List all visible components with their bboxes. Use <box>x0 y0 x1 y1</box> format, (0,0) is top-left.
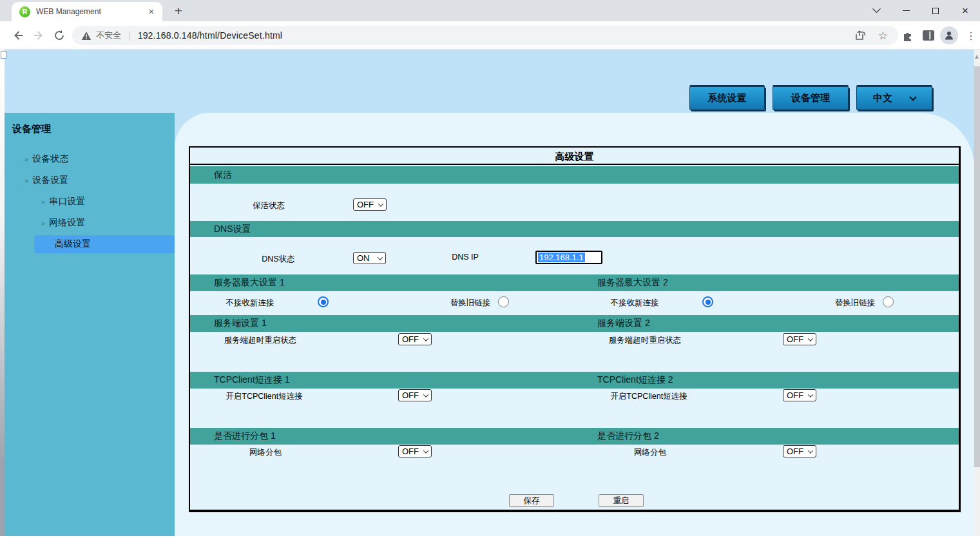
arrow-bullet-icon: » <box>24 155 27 163</box>
arrow-bullet-icon: » <box>41 198 44 206</box>
network-packet-label: 网络分包 <box>595 447 705 458</box>
server-timeout-restart-label: 服务端超时重启状态 <box>590 335 700 346</box>
tab-search-icon[interactable] <box>861 0 891 21</box>
broken-image-artifact <box>1 51 6 59</box>
tab-title: WEB Management <box>36 7 146 16</box>
advanced-settings-table: 高级设置 保活 保活状态 OFF DNS设置 DNS状态 ON DNS IP 1… <box>189 146 961 512</box>
side-panel-icon[interactable] <box>921 28 936 43</box>
no-new-connection-radio-2[interactable] <box>702 296 713 307</box>
tcp-short-connection-select-2[interactable]: OFF <box>783 389 816 401</box>
select-arrow-icon <box>808 448 813 453</box>
no-new-connection-label: 不接收新连接 <box>203 298 297 309</box>
url-text[interactable]: 192.168.0.148/html/DeviceSet.html <box>138 30 854 41</box>
new-tab-button[interactable]: + <box>170 3 187 19</box>
section-header-server: 服务端设置 1 服务端设置 2 <box>190 315 959 332</box>
restart-button[interactable]: 重启 <box>599 494 644 507</box>
extensions-puzzle-icon[interactable] <box>900 28 916 43</box>
language-select-value: 中文 <box>873 92 892 104</box>
server-timeout-select-2[interactable]: OFF <box>783 333 816 345</box>
window-left-edge <box>0 50 5 538</box>
sidebar-item-serial-settings[interactable]: » 串口设置 <box>41 196 85 207</box>
sidebar-item-device-status[interactable]: » 设备状态 <box>24 153 68 165</box>
scrollbar-up-arrow-icon[interactable] <box>975 55 979 59</box>
select-arrow-icon <box>808 336 813 341</box>
window-maximize-button[interactable] <box>921 0 950 21</box>
select-arrow-icon <box>378 255 383 260</box>
section-header-keepalive: 保活 <box>190 166 959 184</box>
arrow-bullet-icon: » <box>24 177 27 184</box>
sidebar-item-advanced-settings-active[interactable]: 高级设置 <box>34 235 175 253</box>
select-arrow-icon <box>423 448 428 453</box>
keepalive-status-select[interactable]: OFF <box>353 198 387 211</box>
network-packet-label: 网络分包 <box>211 447 320 458</box>
dns-ip-label: DNS IP <box>446 253 485 262</box>
sidebar-title: 设备管理 <box>12 123 51 135</box>
network-packet-select-1[interactable]: OFF <box>398 445 432 457</box>
select-arrow-icon <box>423 392 428 397</box>
page-scrollbar[interactable] <box>974 50 980 538</box>
section-header-dns: DNS设置 <box>190 221 959 237</box>
tab-close-icon[interactable]: × <box>146 6 157 17</box>
select-arrow-icon <box>808 392 813 397</box>
back-icon[interactable] <box>10 28 26 43</box>
browser-toolbar: 不安全 | 192.168.0.148/html/DeviceSet.html … <box>0 21 980 50</box>
browser-tab-bar: R WEB Management × + × <box>0 0 980 21</box>
address-bar[interactable]: 不安全 | 192.168.0.148/html/DeviceSet.html … <box>72 26 898 45</box>
sidebar-item-network-settings[interactable]: » 网络设置 <box>41 217 85 229</box>
page-content: 系统设置 设备管理 中文 设备管理 » 设备状态 » 设备设置 » 串口设置 »… <box>0 50 980 538</box>
sidebar-item-label: 网络设置 <box>49 217 85 229</box>
arrow-bullet-icon: » <box>41 219 44 227</box>
forward-icon[interactable] <box>31 28 46 43</box>
browser-tab[interactable]: R WEB Management × <box>12 2 162 21</box>
profile-avatar[interactable] <box>940 26 958 44</box>
chevron-down-icon <box>909 93 916 101</box>
tcp-short-connection-select-1[interactable]: OFF <box>398 389 432 401</box>
section-header-server-max: 服务器最大设置 1 服务器最大设置 2 <box>190 274 959 291</box>
select-arrow-icon <box>423 336 428 341</box>
table-title: 高级设置 <box>190 148 959 165</box>
dns-status-label: DNS状态 <box>214 254 343 265</box>
select-arrow-icon <box>378 201 383 206</box>
not-secure-warning-icon <box>81 31 91 41</box>
server-timeout-select-1[interactable]: OFF <box>398 333 432 345</box>
no-new-connection-radio-1[interactable] <box>318 296 329 307</box>
sidebar-item-label: 串口设置 <box>49 196 85 207</box>
sidebar-item-label: 设备设置 <box>32 175 68 186</box>
section-header-packet-split: 是否进行分包 1 是否进行分包 2 <box>190 428 959 445</box>
scrollbar-thumb[interactable] <box>974 66 980 467</box>
tcp-short-connection-label: 开启TCPClient短连接 <box>209 391 319 402</box>
save-button[interactable]: 保存 <box>509 494 554 507</box>
no-new-connection-label: 不接收新连接 <box>588 298 682 309</box>
sidebar-item-label: 设备状态 <box>32 153 68 165</box>
sidebar: 设备管理 » 设备状态 » 设备设置 » 串口设置 » 网络设置 高级设置 <box>5 113 175 536</box>
replace-old-link-radio-2[interactable] <box>883 296 894 307</box>
device-management-button[interactable]: 设备管理 <box>773 86 849 110</box>
site-favicon: R <box>19 6 30 17</box>
replace-old-link-radio-1[interactable] <box>498 296 509 307</box>
network-packet-select-2[interactable]: OFF <box>783 445 816 457</box>
keepalive-status-label: 保活状态 <box>214 200 323 211</box>
section-header-tcp-client: TCPClient短连接 1 TCPClient短连接 2 <box>190 372 959 389</box>
not-secure-label[interactable]: 不安全 <box>96 30 121 41</box>
language-select[interactable]: 中文 <box>856 86 932 110</box>
window-close-button[interactable]: × <box>950 0 980 21</box>
omnibox-divider: | <box>128 30 131 41</box>
bookmark-star-icon[interactable]: ☆ <box>878 29 888 43</box>
dns-status-select[interactable]: ON <box>353 252 386 264</box>
sidebar-item-label: 高级设置 <box>55 238 91 250</box>
share-icon[interactable] <box>854 30 867 41</box>
dns-ip-selected-text: 192.168.1.1 <box>538 253 585 262</box>
window-minimize-button[interactable] <box>891 0 921 21</box>
server-timeout-restart-label: 服务端超时重启状态 <box>206 335 315 346</box>
reload-icon[interactable] <box>52 28 67 43</box>
system-settings-button[interactable]: 系统设置 <box>689 86 765 110</box>
browser-menu-icon[interactable]: ⋮ <box>963 28 979 43</box>
dns-ip-input[interactable]: 192.168.1.1 <box>535 251 602 264</box>
tcp-short-connection-label: 开启TCPClient短连接 <box>594 391 704 402</box>
sidebar-item-device-settings[interactable]: » 设备设置 <box>24 175 68 186</box>
